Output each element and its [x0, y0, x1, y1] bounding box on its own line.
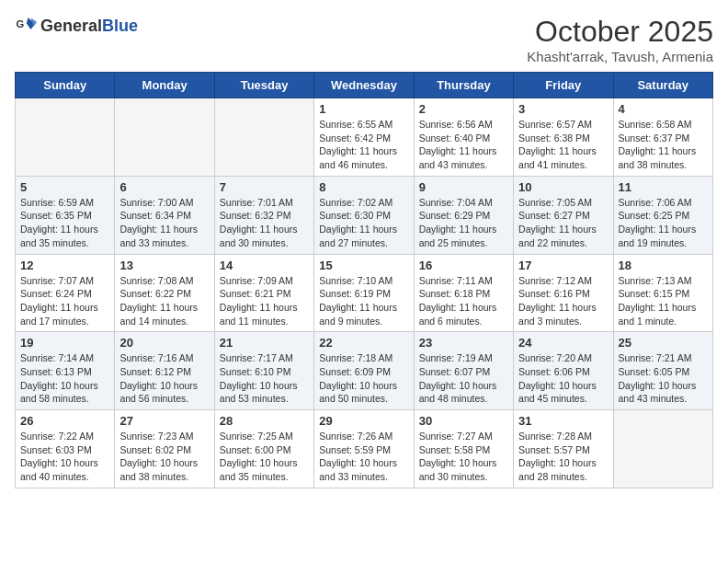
- day-cell: 13Sunrise: 7:08 AM Sunset: 6:22 PM Dayli…: [115, 254, 214, 332]
- day-info: Sunrise: 7:08 AM Sunset: 6:22 PM Dayligh…: [119, 274, 209, 328]
- day-cell: 29Sunrise: 7:26 AM Sunset: 5:59 PM Dayli…: [314, 410, 414, 488]
- day-info: Sunrise: 7:04 AM Sunset: 6:29 PM Dayligh…: [419, 196, 508, 250]
- day-info: Sunrise: 7:27 AM Sunset: 5:58 PM Dayligh…: [419, 430, 508, 484]
- day-info: Sunrise: 7:21 AM Sunset: 6:05 PM Dayligh…: [619, 351, 708, 406]
- day-cell: 26Sunrise: 7:22 AM Sunset: 6:03 PM Dayli…: [16, 410, 115, 488]
- day-info: Sunrise: 7:28 AM Sunset: 5:57 PM Dayligh…: [518, 430, 608, 484]
- day-cell: 11Sunrise: 7:06 AM Sunset: 6:25 PM Dayli…: [613, 176, 712, 254]
- week-row-4: 19Sunrise: 7:14 AM Sunset: 6:13 PM Dayli…: [16, 332, 713, 410]
- day-cell: 16Sunrise: 7:11 AM Sunset: 6:18 PM Dayli…: [414, 254, 513, 332]
- day-info: Sunrise: 7:18 AM Sunset: 6:09 PM Dayligh…: [319, 351, 408, 406]
- day-info: Sunrise: 7:01 AM Sunset: 6:32 PM Dayligh…: [220, 196, 309, 250]
- day-number: 9: [419, 180, 508, 194]
- day-cell: 24Sunrise: 7:20 AM Sunset: 6:06 PM Dayli…: [514, 332, 613, 410]
- day-info: Sunrise: 7:23 AM Sunset: 6:02 PM Dayligh…: [119, 430, 209, 484]
- day-number: 25: [619, 336, 708, 350]
- day-number: 1: [319, 102, 408, 116]
- day-cell: [613, 410, 712, 488]
- day-cell: [16, 98, 115, 177]
- day-info: Sunrise: 7:00 AM Sunset: 6:34 PM Dayligh…: [119, 196, 209, 250]
- day-cell: 1Sunrise: 6:55 AM Sunset: 6:42 PM Daylig…: [314, 98, 414, 177]
- day-cell: 8Sunrise: 7:02 AM Sunset: 6:30 PM Daylig…: [314, 176, 414, 254]
- day-info: Sunrise: 7:02 AM Sunset: 6:30 PM Dayligh…: [319, 196, 408, 250]
- svg-text:G: G: [17, 18, 25, 29]
- day-cell: 15Sunrise: 7:10 AM Sunset: 6:19 PM Dayli…: [314, 254, 414, 332]
- day-info: Sunrise: 7:16 AM Sunset: 6:12 PM Dayligh…: [119, 351, 209, 406]
- day-cell: 25Sunrise: 7:21 AM Sunset: 6:05 PM Dayli…: [613, 332, 712, 410]
- day-number: 2: [419, 102, 508, 116]
- week-row-2: 5Sunrise: 6:59 AM Sunset: 6:35 PM Daylig…: [16, 176, 713, 254]
- day-cell: 2Sunrise: 6:56 AM Sunset: 6:40 PM Daylig…: [414, 98, 513, 177]
- logo: G General Blue: [15, 15, 138, 37]
- day-cell: 30Sunrise: 7:27 AM Sunset: 5:58 PM Dayli…: [414, 410, 513, 488]
- day-info: Sunrise: 7:06 AM Sunset: 6:25 PM Dayligh…: [619, 196, 708, 250]
- day-cell: [115, 98, 214, 177]
- day-info: Sunrise: 7:14 AM Sunset: 6:13 PM Dayligh…: [20, 351, 109, 406]
- day-number: 18: [619, 259, 708, 272]
- day-number: 15: [319, 259, 408, 272]
- day-cell: 22Sunrise: 7:18 AM Sunset: 6:09 PM Dayli…: [314, 332, 414, 410]
- weekday-header-sunday: Sunday: [16, 73, 115, 98]
- day-number: 11: [619, 180, 708, 194]
- day-info: Sunrise: 6:55 AM Sunset: 6:42 PM Dayligh…: [319, 118, 408, 172]
- day-info: Sunrise: 7:05 AM Sunset: 6:27 PM Dayligh…: [518, 196, 608, 250]
- day-number: 21: [220, 336, 309, 350]
- day-cell: 10Sunrise: 7:05 AM Sunset: 6:27 PM Dayli…: [514, 176, 613, 254]
- logo-icon: G: [15, 15, 37, 37]
- day-number: 4: [619, 102, 708, 116]
- day-number: 24: [518, 336, 608, 350]
- weekday-header-monday: Monday: [115, 73, 214, 98]
- day-info: Sunrise: 7:19 AM Sunset: 6:07 PM Dayligh…: [419, 351, 508, 406]
- week-row-5: 26Sunrise: 7:22 AM Sunset: 6:03 PM Dayli…: [16, 410, 713, 488]
- day-cell: 21Sunrise: 7:17 AM Sunset: 6:10 PM Dayli…: [214, 332, 313, 410]
- day-info: Sunrise: 7:26 AM Sunset: 5:59 PM Dayligh…: [319, 430, 408, 484]
- weekday-header-friday: Friday: [514, 73, 613, 98]
- weekday-header-thursday: Thursday: [414, 73, 513, 98]
- day-number: 16: [419, 259, 508, 272]
- day-number: 7: [220, 180, 309, 194]
- day-info: Sunrise: 7:22 AM Sunset: 6:03 PM Dayligh…: [20, 430, 109, 484]
- day-info: Sunrise: 7:17 AM Sunset: 6:10 PM Dayligh…: [220, 351, 309, 406]
- day-cell: 17Sunrise: 7:12 AM Sunset: 6:16 PM Dayli…: [514, 254, 613, 332]
- day-number: 22: [319, 336, 408, 350]
- day-number: 3: [518, 102, 608, 116]
- weekday-header-row: SundayMondayTuesdayWednesdayThursdayFrid…: [16, 73, 713, 98]
- day-cell: 19Sunrise: 7:14 AM Sunset: 6:13 PM Dayli…: [16, 332, 115, 410]
- day-cell: 4Sunrise: 6:58 AM Sunset: 6:37 PM Daylig…: [613, 98, 712, 177]
- day-info: Sunrise: 7:09 AM Sunset: 6:21 PM Dayligh…: [220, 274, 309, 328]
- weekday-header-wednesday: Wednesday: [314, 73, 414, 98]
- day-cell: [214, 98, 313, 177]
- day-cell: 9Sunrise: 7:04 AM Sunset: 6:29 PM Daylig…: [414, 176, 513, 254]
- day-info: Sunrise: 6:59 AM Sunset: 6:35 PM Dayligh…: [20, 196, 109, 250]
- week-row-3: 12Sunrise: 7:07 AM Sunset: 6:24 PM Dayli…: [16, 254, 713, 332]
- day-number: 10: [518, 180, 608, 194]
- day-number: 27: [119, 414, 209, 428]
- day-number: 29: [319, 414, 408, 428]
- day-number: 5: [20, 180, 109, 194]
- logo-general-text: General: [40, 17, 102, 34]
- day-info: Sunrise: 7:10 AM Sunset: 6:19 PM Dayligh…: [319, 274, 408, 328]
- day-cell: 27Sunrise: 7:23 AM Sunset: 6:02 PM Dayli…: [115, 410, 214, 488]
- day-info: Sunrise: 7:25 AM Sunset: 6:00 PM Dayligh…: [220, 430, 309, 484]
- day-number: 26: [20, 414, 109, 428]
- day-number: 12: [20, 259, 109, 272]
- day-cell: 23Sunrise: 7:19 AM Sunset: 6:07 PM Dayli…: [414, 332, 513, 410]
- day-info: Sunrise: 6:57 AM Sunset: 6:38 PM Dayligh…: [518, 118, 608, 172]
- calendar-title: October 2025: [527, 15, 713, 49]
- day-number: 13: [119, 259, 209, 272]
- day-info: Sunrise: 7:13 AM Sunset: 6:15 PM Dayligh…: [619, 274, 708, 328]
- day-cell: 28Sunrise: 7:25 AM Sunset: 6:00 PM Dayli…: [214, 410, 313, 488]
- day-number: 23: [419, 336, 508, 350]
- week-row-1: 1Sunrise: 6:55 AM Sunset: 6:42 PM Daylig…: [16, 98, 713, 177]
- day-number: 19: [20, 336, 109, 350]
- day-cell: 5Sunrise: 6:59 AM Sunset: 6:35 PM Daylig…: [16, 176, 115, 254]
- day-number: 8: [319, 180, 408, 194]
- day-cell: 14Sunrise: 7:09 AM Sunset: 6:21 PM Dayli…: [214, 254, 313, 332]
- day-number: 30: [419, 414, 508, 428]
- header: G General Blue October 2025 Khasht'arrak…: [15, 15, 713, 64]
- day-info: Sunrise: 6:56 AM Sunset: 6:40 PM Dayligh…: [419, 118, 508, 172]
- calendar-subtitle: Khasht'arrak, Tavush, Armenia: [527, 49, 713, 64]
- day-cell: 12Sunrise: 7:07 AM Sunset: 6:24 PM Dayli…: [16, 254, 115, 332]
- day-cell: 18Sunrise: 7:13 AM Sunset: 6:15 PM Dayli…: [613, 254, 712, 332]
- day-info: Sunrise: 6:58 AM Sunset: 6:37 PM Dayligh…: [619, 118, 708, 172]
